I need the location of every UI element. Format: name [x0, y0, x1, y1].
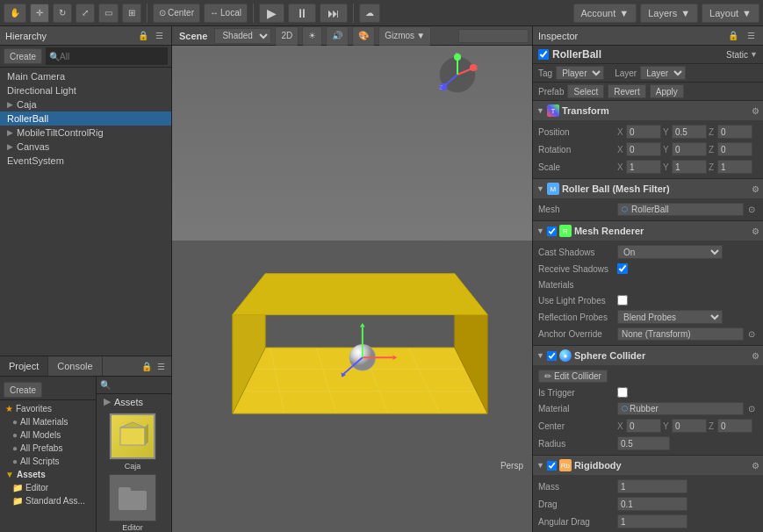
mesh-renderer-settings-icon[interactable]: ⚙ [752, 226, 759, 236]
hierarchy-create-button[interactable]: Create [4, 48, 42, 64]
proj-item-all-materials[interactable]: ● All Materials [0, 415, 96, 428]
edit-collider-button[interactable]: ✏ Edit Collider [538, 370, 608, 383]
audio-button[interactable]: 🔊 [326, 26, 349, 46]
anchor-field[interactable]: None (Transform) [617, 327, 744, 341]
proj-item-all-scripts[interactable]: ● All Scripts [0, 455, 96, 468]
mesh-renderer-enabled-checkbox[interactable] [547, 226, 557, 236]
asset-editor[interactable]: Editor [102, 474, 163, 532]
rot-x-input[interactable] [626, 142, 661, 156]
scale-x-input[interactable] [626, 160, 661, 174]
center-x-input[interactable] [626, 419, 661, 433]
pause-button[interactable]: ⏸ [288, 4, 316, 23]
tool-scale[interactable]: ⤢ [76, 4, 95, 23]
scene-search-input[interactable] [458, 29, 529, 43]
play-button[interactable]: ▶ [259, 4, 284, 23]
shade-mode-select[interactable]: Shaded [214, 28, 271, 44]
proj-item-assets[interactable]: ▼ Assets [0, 468, 96, 481]
layout-dropdown[interactable]: Layout ▼ [702, 4, 759, 23]
cast-shadows-select[interactable]: On [617, 245, 723, 259]
step-button[interactable]: ⏭ [320, 4, 348, 23]
mesh-field[interactable]: ⬡ RollerBall [617, 203, 744, 216]
sphere-collider-enabled-checkbox[interactable] [547, 351, 557, 361]
is-trigger-checkbox[interactable] [617, 387, 628, 398]
project-lock[interactable]: 🔒 [139, 361, 155, 372]
select-button[interactable]: Select [567, 84, 604, 98]
hierarchy-search-input[interactable] [60, 52, 164, 61]
rigidbody-settings-icon[interactable]: ⚙ [752, 461, 759, 471]
mass-input[interactable] [617, 479, 687, 493]
object-enabled-checkbox[interactable] [538, 49, 549, 60]
apply-button[interactable]: Apply [650, 84, 684, 98]
scale-y-input[interactable] [672, 160, 707, 174]
local-button[interactable]: ↔ Local [204, 4, 248, 23]
transform-settings-icon[interactable]: ⚙ [752, 106, 759, 116]
scene-view[interactable]: X Y Z Persp [172, 46, 532, 532]
asset-caja[interactable]: Caja [102, 413, 163, 471]
proj-item-all-models[interactable]: ● All Models [0, 428, 96, 442]
material-field[interactable]: ⬡ Rubber [617, 402, 744, 415]
light-button[interactable]: ☀ [302, 26, 322, 46]
hierarchy-menu[interactable]: ☰ [153, 30, 166, 41]
static-toggle[interactable]: Static ▼ [726, 50, 758, 60]
reflection-probes-select[interactable]: Blend Probes [617, 310, 723, 324]
angular-drag-input[interactable] [617, 514, 687, 528]
use-light-probes-checkbox[interactable] [617, 295, 628, 306]
drag-input[interactable] [617, 497, 687, 511]
revert-button[interactable]: Revert [608, 84, 645, 98]
inspector-lock-button[interactable]: 🔒 [725, 30, 741, 41]
pos-y-input[interactable] [672, 125, 707, 139]
hier-item-eventsystem[interactable]: EventSystem [0, 154, 171, 168]
tab-console[interactable]: Console [48, 356, 102, 376]
proj-item-all-prefabs[interactable]: ● All Prefabs [0, 442, 96, 455]
center-y-input[interactable] [672, 419, 707, 433]
hier-item-rollerball[interactable]: RollerBall [0, 111, 171, 126]
cloud-button[interactable]: ☁ [359, 4, 380, 23]
tool-transform[interactable]: ⊞ [122, 4, 141, 23]
hier-item-caja[interactable]: ▶ Caja [0, 97, 171, 111]
hier-item-main-camera[interactable]: Main Camera [0, 69, 171, 83]
scale-z-input[interactable] [717, 160, 752, 174]
proj-item-standard[interactable]: 📁 Standard Ass... [0, 494, 96, 507]
rot-z-input[interactable] [717, 142, 752, 156]
mesh-filter-settings-icon[interactable]: ⚙ [752, 184, 759, 194]
anchor-select-button[interactable]: ⊙ [745, 328, 758, 340]
tab-project[interactable]: Project [0, 356, 48, 376]
layer-select[interactable]: Layer [640, 66, 686, 80]
proj-item-editor[interactable]: 📁 Editor [0, 481, 96, 494]
proj-item-favorites[interactable]: ★ Favorites [0, 402, 96, 415]
sphere-collider-header[interactable]: ▼ ● Sphere Collider ⚙ [533, 346, 763, 365]
mesh-renderer-header[interactable]: ▼ R Mesh Renderer ⚙ [533, 221, 763, 241]
material-select-button[interactable]: ⊙ [745, 403, 758, 414]
hier-item-mobile-tilt[interactable]: ▶ MobileTiltControlRig [0, 126, 171, 140]
pos-z-input[interactable] [717, 125, 752, 139]
pos-x-input[interactable] [626, 125, 661, 139]
hierarchy-search[interactable]: 🔍 [46, 47, 168, 65]
project-search-input[interactable] [114, 380, 171, 390]
inspector-menu-button[interactable]: ☰ [745, 30, 758, 41]
project-menu[interactable]: ☰ [155, 361, 168, 372]
tool-rect[interactable]: ▭ [98, 4, 119, 23]
hier-item-directional-light[interactable]: Directional Light [0, 83, 171, 97]
layers-dropdown[interactable]: Layers ▼ [640, 4, 698, 23]
transform-header[interactable]: ▼ T Transform ⚙ [533, 101, 763, 120]
rigidbody-enabled-checkbox[interactable] [547, 461, 557, 471]
rot-y-input[interactable] [672, 142, 707, 156]
2d-button[interactable]: 2D [275, 26, 299, 46]
center-button[interactable]: ⊙ Center [153, 4, 200, 23]
mesh-select-button[interactable]: ⊙ [745, 204, 758, 215]
gizmos-button[interactable]: Gizmos ▼ [378, 26, 431, 46]
hierarchy-lock[interactable]: 🔒 [135, 30, 151, 41]
tool-move[interactable]: ✛ [30, 4, 49, 23]
effects-button[interactable]: 🎨 [352, 26, 375, 46]
account-dropdown[interactable]: Account ▼ [573, 4, 637, 23]
rigidbody-header[interactable]: ▼ Rb Rigidbody ⚙ [533, 456, 763, 475]
tool-rotate[interactable]: ↻ [53, 4, 72, 23]
tag-select[interactable]: Player [556, 66, 604, 80]
sphere-collider-settings-icon[interactable]: ⚙ [752, 351, 759, 361]
radius-input[interactable] [617, 436, 670, 450]
mesh-filter-header[interactable]: ▼ M Roller Ball (Mesh Filter) ⚙ [533, 179, 763, 198]
project-create-button[interactable]: Create [4, 382, 42, 398]
tool-hand[interactable]: ✋ [4, 4, 26, 23]
receive-shadows-checkbox[interactable] [617, 263, 628, 274]
center-z-input[interactable] [717, 419, 752, 433]
